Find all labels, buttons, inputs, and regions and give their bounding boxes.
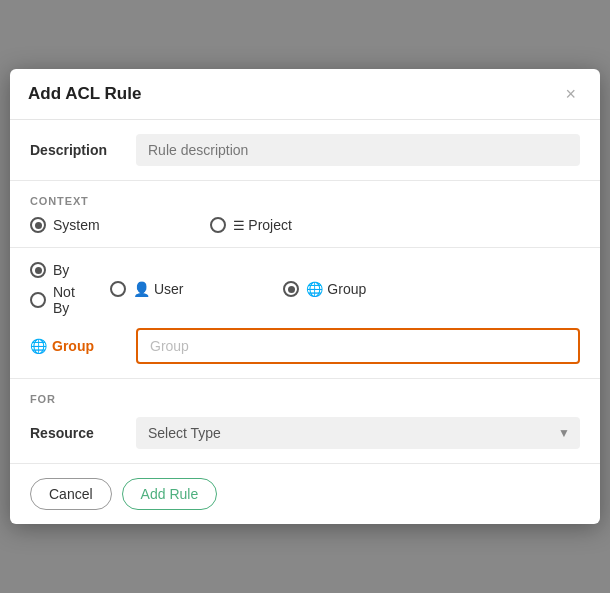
group-field-label: 🌐 Group (30, 338, 120, 354)
description-row: Description (30, 134, 580, 166)
user-label: 👤 User (133, 281, 183, 297)
group-input[interactable] (136, 328, 580, 364)
description-label: Description (30, 142, 120, 158)
by-radio-indicator (30, 262, 46, 278)
cancel-button[interactable]: Cancel (30, 478, 112, 510)
group-option[interactable]: 🌐 Group (283, 281, 366, 297)
group-target-label: 🌐 Group (306, 281, 366, 297)
context-system-option[interactable]: System (30, 217, 100, 233)
group-radio-indicator (283, 281, 299, 297)
system-radio-indicator (30, 217, 46, 233)
user-icon: 👤 (133, 281, 154, 297)
user-option[interactable]: 👤 User (110, 281, 183, 297)
description-input[interactable] (136, 134, 580, 166)
not-by-radio-indicator (30, 292, 46, 308)
by-label: By (53, 262, 69, 278)
by-option[interactable]: By (30, 262, 110, 278)
modal-footer: Cancel Add Rule (10, 464, 600, 524)
for-section: FOR Resource Select Type User Project Re… (10, 379, 600, 464)
modal-overlay: Add ACL Rule × Description CONTEXT Syste… (0, 0, 610, 593)
globe-icon: 🌐 (306, 281, 327, 297)
user-radio-indicator (110, 281, 126, 297)
add-rule-button[interactable]: Add Rule (122, 478, 218, 510)
by-column: By NotBy (30, 262, 110, 316)
resource-select[interactable]: Select Type User Project Repository (136, 417, 580, 449)
not-by-option[interactable]: NotBy (30, 284, 110, 316)
description-section: Description (10, 120, 600, 181)
group-globe-icon: 🌐 (30, 338, 47, 354)
context-project-option[interactable]: ☰ Project (210, 217, 292, 233)
modal-dialog: Add ACL Rule × Description CONTEXT Syste… (10, 69, 600, 524)
resource-select-wrapper: Select Type User Project Repository ▼ (136, 417, 580, 449)
close-button[interactable]: × (559, 83, 582, 105)
context-section: CONTEXT System ☰ Project (10, 181, 600, 248)
context-label: CONTEXT (30, 195, 580, 207)
by-ug-container: By NotBy 👤 User (30, 262, 580, 316)
modal-header: Add ACL Rule × (10, 69, 600, 120)
not-by-label: NotBy (53, 284, 75, 316)
resource-row: Resource Select Type User Project Reposi… (30, 417, 580, 449)
project-label: ☰ Project (233, 217, 292, 233)
resource-label: Resource (30, 425, 120, 441)
modal-title: Add ACL Rule (28, 84, 141, 104)
system-label: System (53, 217, 100, 233)
project-list-icon: ☰ (233, 218, 249, 233)
ug-column: 👤 User 🌐 Group (110, 281, 366, 297)
group-row: 🌐 Group (30, 328, 580, 364)
by-section: By NotBy 👤 User (10, 248, 600, 379)
project-radio-indicator (210, 217, 226, 233)
context-radio-group: System ☰ Project (30, 217, 580, 233)
for-label: FOR (30, 393, 580, 405)
